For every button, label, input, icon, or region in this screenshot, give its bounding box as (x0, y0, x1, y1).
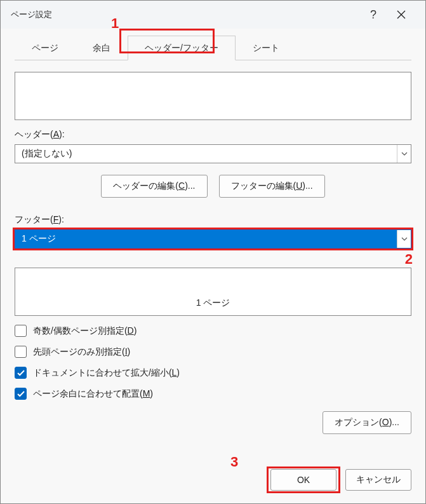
cancel-button[interactable]: キャンセル (345, 469, 411, 491)
checkbox-unchecked-icon (15, 346, 27, 358)
options-button[interactable]: オプション(O)... (323, 411, 411, 434)
footer-combo-wrap: 1 ページ 2 (15, 229, 411, 249)
annotation-number-1: 1 (111, 15, 119, 32)
footer-combo-value: 1 ページ (15, 230, 397, 248)
edit-footer-button[interactable]: フッターの編集(U)... (219, 175, 325, 198)
edit-header-button[interactable]: ヘッダーの編集(C)... (101, 175, 207, 198)
header-combo[interactable]: (指定しない) (15, 144, 411, 163)
tab-page[interactable]: ページ (15, 36, 76, 60)
footer-preview: 1 ページ (15, 268, 411, 316)
chevron-down-icon (397, 230, 411, 248)
checkbox-unchecked-icon (15, 325, 27, 337)
checkbox-checked-icon (15, 367, 27, 379)
annotation-number-2: 2 (405, 251, 413, 268)
header-combo-value: (指定しない) (15, 148, 397, 160)
checkbox-checked-icon (15, 388, 27, 400)
check-odd-even[interactable]: 奇数/偶数ページ別指定(D) (15, 325, 411, 337)
footer-combo[interactable]: 1 ページ (15, 229, 411, 249)
help-button[interactable]: ? (359, 1, 387, 29)
tab-bar: ページ 余白 ヘッダー/フッター シート (15, 35, 411, 60)
dialog-buttons: 3 OK キャンセル (1, 460, 425, 503)
ok-wrap: OK (270, 469, 336, 491)
edit-buttons-row: ヘッダーの編集(C)... フッターの編集(U)... (15, 175, 411, 198)
titlebar: ページ設定 ? (1, 1, 425, 29)
footer-label: フッター(F): (15, 214, 411, 226)
dialog-title: ページ設定 (11, 9, 359, 20)
check-scale-doc[interactable]: ドキュメントに合わせて拡大/縮小(L) (15, 367, 411, 379)
dialog-content: ページ 余白 ヘッダー/フッター シート 1 ヘッダー(A): (指定しない) … (1, 29, 425, 460)
close-icon (397, 10, 406, 19)
close-button[interactable] (387, 1, 415, 29)
chevron-down-icon (397, 145, 411, 163)
footer-preview-text: 1 ページ (196, 297, 230, 309)
options-row: オプション(O)... (15, 411, 411, 434)
page-setup-dialog: ページ設定 ? ページ 余白 ヘッダー/フッター シート 1 ヘッダー(A): … (0, 0, 426, 504)
annotation-number-3: 3 (230, 454, 238, 470)
header-preview (15, 72, 411, 120)
tab-sheet[interactable]: シート (236, 36, 296, 60)
header-label: ヘッダー(A): (15, 129, 411, 140)
ok-button[interactable]: OK (270, 469, 336, 491)
check-first-page[interactable]: 先頭ページのみ別指定(I) (15, 346, 411, 358)
tab-margins[interactable]: 余白 (76, 36, 128, 60)
check-align-margin[interactable]: ページ余白に合わせて配置(M) (15, 388, 411, 400)
tab-header-footer[interactable]: ヘッダー/フッター (128, 36, 236, 60)
